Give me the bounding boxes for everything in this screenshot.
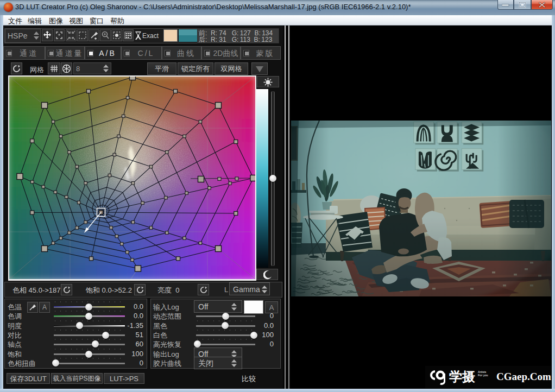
svg-text:CGaep.Com: CGaep.Com	[496, 371, 551, 382]
svg-text:学摄: 学摄	[449, 369, 475, 384]
svg-text:For you: For you	[478, 374, 488, 377]
